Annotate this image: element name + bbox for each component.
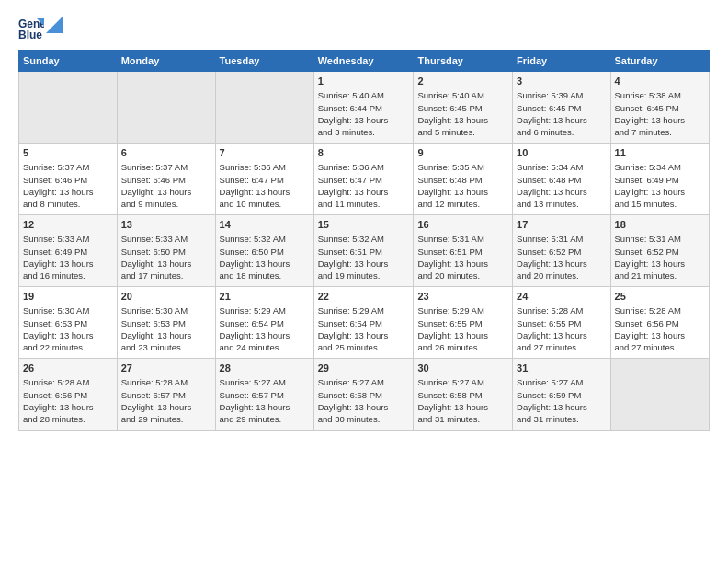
day-info: Daylight: 13 hours <box>517 186 606 198</box>
day-info: Sunset: 6:58 PM <box>417 389 508 401</box>
day-info: Daylight: 13 hours <box>220 401 310 413</box>
day-number: 4 <box>615 75 705 88</box>
day-info: Daylight: 13 hours <box>417 401 508 413</box>
day-info: and 25 minutes. <box>318 341 410 353</box>
day-info: Daylight: 13 hours <box>417 114 508 126</box>
day-info: and 20 minutes. <box>517 270 606 282</box>
day-info: Daylight: 13 hours <box>615 186 705 198</box>
calendar-cell <box>215 72 313 144</box>
calendar-cell: 5Sunrise: 5:37 AMSunset: 6:46 PMDaylight… <box>19 144 118 215</box>
day-info: and 18 minutes. <box>220 270 310 282</box>
day-number: 12 <box>23 218 113 232</box>
day-info: Sunrise: 5:28 AM <box>615 304 705 316</box>
weekday-header-friday: Friday <box>513 51 610 72</box>
day-info: and 5 minutes. <box>417 126 508 138</box>
calendar-cell: 15Sunrise: 5:32 AMSunset: 6:51 PMDayligh… <box>313 215 414 287</box>
day-info: and 26 minutes. <box>417 341 508 353</box>
day-info: Daylight: 13 hours <box>517 401 606 413</box>
day-info: and 6 minutes. <box>517 126 606 138</box>
day-info: Sunrise: 5:36 AM <box>220 161 310 173</box>
day-number: 20 <box>121 290 211 304</box>
day-number: 17 <box>517 218 606 232</box>
day-info: Sunrise: 5:34 AM <box>517 161 606 173</box>
day-info: Sunset: 6:52 PM <box>517 246 606 258</box>
day-info: Sunset: 6:46 PM <box>121 174 211 186</box>
day-number: 27 <box>121 362 211 375</box>
day-number: 3 <box>517 75 606 88</box>
day-info: Daylight: 13 hours <box>417 258 508 270</box>
day-info: and 29 minutes. <box>121 413 211 425</box>
calendar-cell: 3Sunrise: 5:39 AMSunset: 6:45 PMDaylight… <box>513 72 610 144</box>
day-info: Sunset: 6:44 PM <box>318 102 410 114</box>
calendar-cell: 26Sunrise: 5:28 AMSunset: 6:56 PMDayligh… <box>19 359 118 431</box>
day-number: 18 <box>615 218 705 232</box>
day-info: Daylight: 13 hours <box>23 329 113 341</box>
calendar-cell: 7Sunrise: 5:36 AMSunset: 6:47 PMDaylight… <box>215 144 313 215</box>
weekday-header-monday: Monday <box>117 51 215 72</box>
day-number: 6 <box>121 146 211 160</box>
day-info: Sunset: 6:49 PM <box>615 174 705 186</box>
day-info: and 28 minutes. <box>23 413 113 425</box>
day-number: 30 <box>417 362 508 375</box>
calendar-cell: 31Sunrise: 5:27 AMSunset: 6:59 PMDayligh… <box>513 359 610 431</box>
day-info: Daylight: 13 hours <box>318 329 410 341</box>
day-number: 8 <box>318 146 410 160</box>
day-info: Sunrise: 5:27 AM <box>220 376 310 388</box>
day-number: 5 <box>23 146 113 160</box>
day-info: Daylight: 13 hours <box>517 329 606 341</box>
day-number: 13 <box>121 218 211 232</box>
day-info: Daylight: 13 hours <box>318 401 410 413</box>
day-info: and 16 minutes. <box>23 270 113 282</box>
day-info: Sunrise: 5:37 AM <box>23 161 113 173</box>
day-number: 29 <box>318 362 410 375</box>
day-info: and 15 minutes. <box>615 198 705 210</box>
day-number: 23 <box>417 290 508 304</box>
calendar-cell: 27Sunrise: 5:28 AMSunset: 6:57 PMDayligh… <box>117 359 215 431</box>
day-info: Sunset: 6:45 PM <box>417 102 508 114</box>
day-info: Sunset: 6:56 PM <box>615 317 705 329</box>
day-info: Sunset: 6:48 PM <box>417 174 508 186</box>
day-info: and 11 minutes. <box>318 198 410 210</box>
day-info: Sunset: 6:54 PM <box>318 317 410 329</box>
day-info: Daylight: 13 hours <box>615 329 705 341</box>
day-number: 1 <box>318 75 410 88</box>
day-info: and 20 minutes. <box>417 270 508 282</box>
logo: General Blue <box>18 15 63 40</box>
calendar-cell: 8Sunrise: 5:36 AMSunset: 6:47 PMDaylight… <box>313 144 414 215</box>
day-info: Sunrise: 5:32 AM <box>318 233 410 245</box>
day-info: Sunrise: 5:36 AM <box>318 161 410 173</box>
day-number: 21 <box>220 290 310 304</box>
calendar-cell: 16Sunrise: 5:31 AMSunset: 6:51 PMDayligh… <box>414 215 513 287</box>
day-info: Sunset: 6:53 PM <box>121 317 211 329</box>
day-info: Sunset: 6:50 PM <box>121 246 211 258</box>
day-info: and 8 minutes. <box>23 198 113 210</box>
day-info: Sunrise: 5:28 AM <box>23 376 113 388</box>
day-info: Sunrise: 5:37 AM <box>121 161 211 173</box>
day-info: Sunset: 6:45 PM <box>517 102 606 114</box>
day-info: and 3 minutes. <box>318 126 410 138</box>
day-number: 14 <box>220 218 310 232</box>
day-number: 25 <box>615 290 705 304</box>
calendar-cell: 21Sunrise: 5:29 AMSunset: 6:54 PMDayligh… <box>215 287 313 359</box>
weekday-header-thursday: Thursday <box>414 51 513 72</box>
day-number: 10 <box>517 146 606 160</box>
day-info: Sunrise: 5:39 AM <box>517 89 606 101</box>
day-number: 24 <box>517 290 606 304</box>
day-info: Daylight: 13 hours <box>121 258 211 270</box>
calendar-cell <box>117 72 215 144</box>
week-row-4: 19Sunrise: 5:30 AMSunset: 6:53 PMDayligh… <box>19 287 710 359</box>
day-info: Daylight: 13 hours <box>23 186 113 198</box>
day-info: Sunset: 6:51 PM <box>417 246 508 258</box>
day-number: 19 <box>23 290 113 304</box>
day-info: Sunset: 6:47 PM <box>220 174 310 186</box>
day-info: Daylight: 13 hours <box>220 329 310 341</box>
day-info: Sunrise: 5:28 AM <box>121 376 211 388</box>
day-info: Sunset: 6:52 PM <box>615 246 705 258</box>
weekday-header-wednesday: Wednesday <box>313 51 414 72</box>
calendar-cell: 17Sunrise: 5:31 AMSunset: 6:52 PMDayligh… <box>513 215 610 287</box>
day-info: and 29 minutes. <box>220 413 310 425</box>
day-info: Daylight: 13 hours <box>23 401 113 413</box>
day-info: Sunset: 6:53 PM <box>23 317 113 329</box>
day-info: Daylight: 13 hours <box>121 401 211 413</box>
svg-marker-3 <box>46 17 63 33</box>
